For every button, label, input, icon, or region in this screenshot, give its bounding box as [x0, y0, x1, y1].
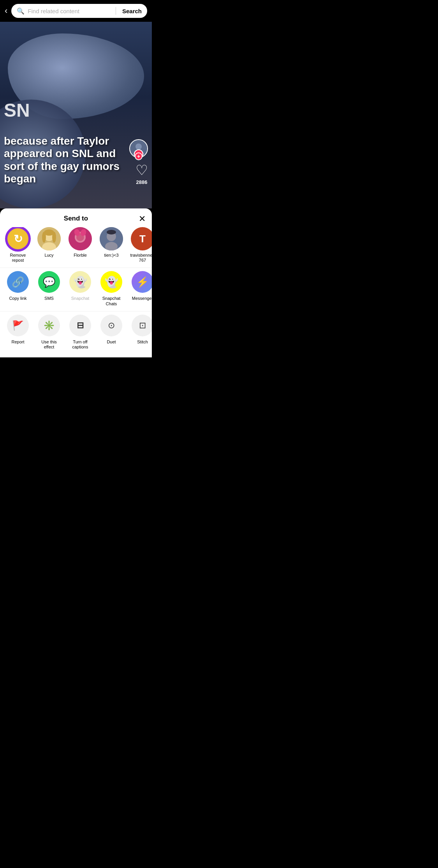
action-copy-link[interactable]: 🔗 Copy link [2, 271, 33, 306]
report-icon-circle: 🚩 [7, 315, 29, 336]
top-bar: ‹ 🔍 Find related content Search [0, 0, 152, 22]
contact-travis[interactable]: T travisbennett767 [127, 227, 152, 263]
messenger-label: Messenger [132, 296, 152, 301]
back-button[interactable]: ‹ [5, 6, 7, 16]
travis-label: travisbennett767 [130, 253, 152, 263]
report-label: Report [11, 340, 24, 345]
messenger-icon-circle: ⚡ [132, 271, 152, 293]
close-button[interactable]: ✕ [0, 214, 146, 224]
action-snapchat[interactable]: 👻 Snapchat [65, 271, 96, 306]
use-effect-icon-circle: ✳️ [38, 315, 60, 336]
remove-repost-avatar: ↻ [6, 227, 30, 250]
turn-off-captions-label: Turn offcaptions [72, 340, 88, 350]
turn-off-captions-icon-circle: ⊟ [69, 315, 91, 336]
lucy-avatar [37, 227, 61, 250]
svg-point-1 [135, 144, 142, 150]
search-bar[interactable]: 🔍 Find related content Search [11, 4, 147, 18]
action-duet[interactable]: ⊙ Duet [96, 315, 127, 350]
contact-lucy[interactable]: Lucy [33, 227, 65, 263]
florble-label: Florble [74, 253, 87, 258]
contact-remove-repost[interactable]: ↻ Removerepost [2, 227, 33, 263]
sms-label: SMS [44, 296, 54, 301]
tien-avatar [100, 227, 123, 250]
remove-repost-label: Removerepost [10, 253, 26, 263]
turn-off-captions-icon: ⊟ [77, 320, 84, 331]
share-sheet: Send to ✕ ↻ Removerepost [0, 208, 152, 357]
snl-badge: SN [4, 100, 30, 121]
creator-avatar-area: + [129, 139, 148, 158]
search-icon: 🔍 [17, 7, 25, 15]
action-use-effect[interactable]: ✳️ Use thiseffect [33, 315, 65, 350]
sms-icon-circle: 💬 [38, 271, 60, 293]
stitch-label: Stitch [137, 340, 148, 345]
lucy-label: Lucy [44, 253, 53, 258]
report-icon: 🚩 [12, 320, 24, 331]
stitch-icon-circle: ⊡ [132, 315, 152, 336]
search-button[interactable]: Search [122, 8, 142, 14]
florble-avatar [69, 227, 92, 250]
tien-label: tien:)<3 [104, 253, 119, 258]
actions-row: 🔗 Copy link 💬 SMS 👻 Snapchat 👻 [0, 268, 152, 311]
contacts-row: ↻ Removerepost Lucy [0, 227, 152, 268]
action-report[interactable]: 🚩 Report [2, 315, 33, 350]
snapchat-chats-icon-circle: 👻 [100, 271, 122, 293]
action-messenger[interactable]: ⚡ Messenger [127, 271, 152, 306]
bottom-sheet-container: Send to ✕ ↻ Removerepost [0, 208, 152, 357]
duet-icon: ⊙ [108, 320, 115, 331]
action-stitch[interactable]: ⊡ Stitch [127, 315, 152, 350]
action-sms[interactable]: 💬 SMS [33, 271, 65, 306]
snapchat-chats-icon: 👻 [105, 276, 118, 289]
copy-link-icon-circle: 🔗 [7, 271, 29, 293]
contact-tien[interactable]: tien:)<3 [96, 227, 127, 263]
copy-link-label: Copy link [9, 296, 26, 301]
search-placeholder: Find related content [28, 8, 109, 14]
copy-link-icon: 🔗 [12, 276, 24, 288]
search-divider [116, 7, 116, 15]
snapchat-chats-label: SnapchatChats [102, 296, 120, 306]
action-snapchat-chats[interactable]: 👻 SnapchatChats [96, 271, 127, 306]
snapchat-icon-circle: 👻 [69, 271, 91, 293]
use-effect-label: Use thiseffect [41, 340, 57, 350]
svg-point-8 [52, 232, 56, 243]
follow-plus-badge[interactable]: + [135, 152, 142, 160]
travis-letter: T [139, 233, 146, 245]
snapchat-label: Snapchat [71, 296, 89, 301]
sms-icon: 💬 [43, 276, 55, 288]
stitch-icon: ⊡ [139, 320, 146, 331]
messenger-icon: ⚡ [136, 276, 149, 288]
duet-label: Duet [107, 340, 116, 345]
video-area: SN because after Taylor appeared on SNL … [0, 22, 152, 208]
heart-icon[interactable]: ♡ [135, 162, 148, 178]
svg-point-17 [107, 230, 116, 234]
duet-icon-circle: ⊙ [100, 315, 122, 336]
contact-florble[interactable]: Florble [65, 227, 96, 263]
bottom-actions-row: 🚩 Report ✳️ Use thiseffect ⊟ Turn offcap… [0, 311, 152, 357]
action-turn-off-captions[interactable]: ⊟ Turn offcaptions [65, 315, 96, 350]
like-count: 2886 [136, 179, 148, 185]
use-effect-icon: ✳️ [43, 320, 55, 331]
travis-avatar: T [131, 227, 152, 250]
svg-point-7 [42, 232, 46, 243]
like-area: ♡ 2886 [135, 162, 148, 185]
video-caption: because after Taylor appeared on SNL and… [4, 135, 128, 185]
snapchat-icon: 👻 [74, 276, 87, 289]
